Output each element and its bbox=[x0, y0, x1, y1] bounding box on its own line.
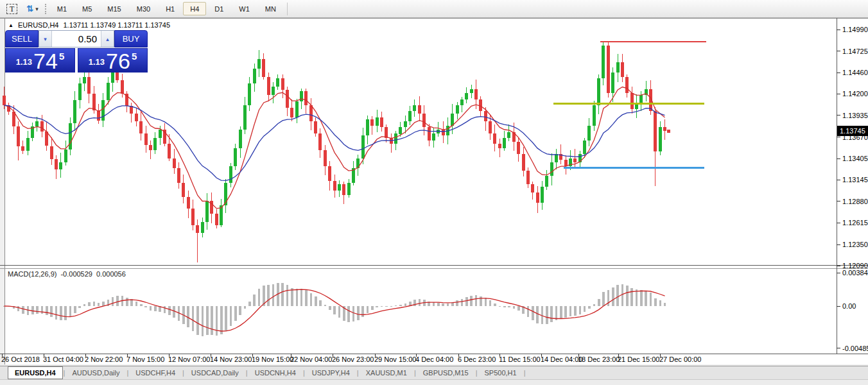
collapse-triangle-icon[interactable]: ▲ bbox=[8, 22, 13, 28]
sell-price-big-digits: 74 bbox=[33, 49, 58, 73]
chart-symbol-period: EURUSD,H4 bbox=[18, 21, 59, 29]
arrows-dropdown-button[interactable]: ⇅ ▾ bbox=[22, 2, 42, 16]
chart-tabbar: EURUSD,H4|AUDUSD,Daily|USDCHF,H4|USDCAD,… bbox=[0, 366, 868, 380]
buy-price-pip-digit: 5 bbox=[132, 51, 137, 62]
svg-text:22 Nov 04:00: 22 Nov 04:00 bbox=[290, 355, 332, 363]
last-tick-marker bbox=[667, 130, 670, 133]
svg-text:4 Dec 04:00: 4 Dec 04:00 bbox=[415, 355, 453, 363]
tab-xauusd-m1[interactable]: XAUUSD,M1 bbox=[360, 366, 413, 379]
timeframe-buttons: M1M5M15M30H1H4D1W1MN bbox=[49, 2, 284, 15]
volume-input[interactable] bbox=[52, 31, 101, 47]
time-axis[interactable]: 26 Oct 201831 Oct 04:002 Nov 22:007 Nov … bbox=[1, 354, 701, 363]
tf-mn[interactable]: MN bbox=[258, 2, 283, 15]
svg-text:1.14200: 1.14200 bbox=[842, 90, 868, 98]
tab-usdcad-daily[interactable]: USDCAD,Daily bbox=[185, 366, 245, 379]
sell-button[interactable]: SELL bbox=[5, 30, 39, 47]
up-down-arrows-icon: ⇅ bbox=[26, 4, 33, 13]
buy-price-big-digits: 76 bbox=[106, 49, 130, 73]
tab-usdcnh-h4[interactable]: USDCNH,H4 bbox=[248, 366, 302, 379]
tf-d1[interactable]: D1 bbox=[207, 2, 230, 15]
text-tool-icon: T bbox=[6, 4, 17, 14]
tab-usdchf-h4[interactable]: USDCHF,H4 bbox=[129, 366, 182, 379]
svg-text:0.00: 0.00 bbox=[842, 302, 856, 310]
volume-increase-button[interactable]: ▴ bbox=[101, 31, 114, 47]
svg-text:0.003847: 0.003847 bbox=[842, 269, 868, 277]
tf-m5[interactable]: M5 bbox=[75, 2, 99, 15]
svg-text:14 Nov 23:00: 14 Nov 23:00 bbox=[210, 355, 252, 363]
volume-decrease-button[interactable]: ▾ bbox=[39, 31, 52, 47]
volume-stepper: ▾ ▴ bbox=[39, 30, 114, 47]
buy-price-prefix: 1.13 bbox=[89, 57, 105, 67]
svg-text:11 Dec 15:00: 11 Dec 15:00 bbox=[499, 355, 541, 363]
svg-text:1.13935: 1.13935 bbox=[842, 112, 868, 119]
sell-price-prefix: 1.13 bbox=[16, 57, 32, 67]
chevron-down-icon: ▾ bbox=[35, 6, 39, 12]
svg-text:26 Oct 2018: 26 Oct 2018 bbox=[1, 355, 40, 363]
macd-name: MACD(12,26,9) bbox=[8, 270, 56, 278]
one-click-trading-panel: SELL ▾ ▴ BUY 1.13 74 5 1.13 76 5 bbox=[5, 30, 148, 73]
svg-text:18 Dec 23:00: 18 Dec 23:00 bbox=[578, 355, 620, 363]
tab-gbpusd-m15[interactable]: GBPUSD,M15 bbox=[417, 366, 475, 379]
top-toolbar: T ⇅ ▾ M1M5M15M30H1H4D1W1MN bbox=[0, 0, 868, 18]
svg-text:1.12880: 1.12880 bbox=[842, 198, 868, 205]
svg-text:1.13145: 1.13145 bbox=[842, 176, 868, 184]
tab-separator: | bbox=[523, 366, 526, 379]
chart-title: ▲ EURUSD,H4 1.13711 1.13749 1.13711 1.13… bbox=[8, 21, 170, 29]
svg-text:29 Nov 15:00: 29 Nov 15:00 bbox=[374, 355, 416, 363]
svg-text:1.12615: 1.12615 bbox=[842, 219, 868, 227]
svg-text:26 Nov 23:00: 26 Nov 23:00 bbox=[332, 355, 374, 363]
svg-text:2 Nov 22:00: 2 Nov 22:00 bbox=[85, 355, 123, 363]
svg-text:21 Dec 15:00: 21 Dec 15:00 bbox=[618, 355, 659, 363]
svg-text:14 Dec 04:00: 14 Dec 04:00 bbox=[541, 355, 582, 363]
tab-usdjpy-h4[interactable]: USDJPY,H4 bbox=[306, 366, 356, 379]
svg-text:12 Nov 07:00: 12 Nov 07:00 bbox=[168, 355, 210, 363]
tf-m30[interactable]: M30 bbox=[130, 2, 157, 15]
sell-price-display[interactable]: 1.13 74 5 bbox=[5, 48, 75, 73]
svg-text:7 Nov 15:00: 7 Nov 15:00 bbox=[126, 355, 164, 363]
tab-audusd-daily[interactable]: AUDUSD,Daily bbox=[65, 366, 126, 379]
svg-text:1.14725: 1.14725 bbox=[842, 47, 868, 55]
svg-text:1.13405: 1.13405 bbox=[842, 155, 868, 162]
svg-text:1.12350: 1.12350 bbox=[842, 241, 868, 248]
macd-indicator-label: MACD(12,26,9) -0.000529 0.000056 bbox=[8, 270, 126, 278]
tab-eurusd-h4[interactable]: EURUSD,H4 bbox=[8, 366, 63, 379]
svg-text:-0.004856: -0.004856 bbox=[842, 345, 868, 352]
text-label-tool-button[interactable]: T bbox=[2, 2, 22, 16]
tf-h4[interactable]: H4 bbox=[183, 2, 206, 15]
tf-h1[interactable]: H1 bbox=[159, 2, 182, 15]
caret-down-icon: ▾ bbox=[44, 36, 47, 42]
toolbar-grip-icon bbox=[45, 4, 46, 14]
macd-value: -0.000529 bbox=[60, 270, 92, 278]
svg-text:1.14990: 1.14990 bbox=[842, 26, 868, 33]
buy-button[interactable]: BUY bbox=[114, 30, 148, 47]
caret-up-icon: ▴ bbox=[106, 36, 109, 42]
svg-text:6 Dec 23:00: 6 Dec 23:00 bbox=[458, 355, 496, 363]
macd-signal-value: 0.000056 bbox=[96, 270, 126, 278]
tf-m15[interactable]: M15 bbox=[100, 2, 128, 15]
mt4-terminal: { "toolbar": { "text_tool": "T", "icons"… bbox=[0, 0, 868, 385]
toolbar-separator bbox=[287, 3, 288, 15]
tab-sp500-h1[interactable]: SP500,H1 bbox=[478, 366, 523, 379]
chart-ohlc-values: 1.13711 1.13749 1.13711 1.13745 bbox=[64, 21, 171, 29]
svg-text:1.14460: 1.14460 bbox=[842, 69, 868, 76]
current-price-tag: 1.13745 bbox=[837, 126, 868, 136]
sell-price-pip-digit: 5 bbox=[59, 51, 64, 62]
buy-price-display[interactable]: 1.13 76 5 bbox=[78, 48, 148, 73]
svg-text:19 Nov 15:00: 19 Nov 15:00 bbox=[252, 355, 293, 363]
tf-w1[interactable]: W1 bbox=[232, 2, 257, 15]
svg-text:31 Oct 04:00: 31 Oct 04:00 bbox=[43, 355, 83, 363]
svg-text:27 Dec 00:00: 27 Dec 00:00 bbox=[659, 355, 701, 363]
svg-text:1.13745: 1.13745 bbox=[840, 127, 865, 135]
bottom-strip bbox=[0, 381, 868, 385]
tf-m1[interactable]: M1 bbox=[50, 2, 74, 15]
